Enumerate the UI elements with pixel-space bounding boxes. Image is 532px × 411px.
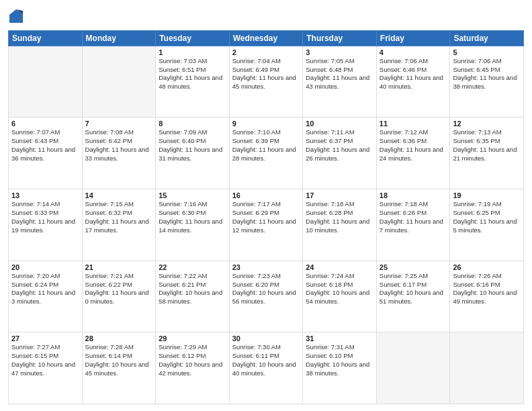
calendar-day-cell: 21Sunrise: 7:21 AM Sunset: 6:22 PM Dayli…: [82, 261, 156, 332]
calendar-day-cell: 29Sunrise: 7:29 AM Sunset: 6:12 PM Dayli…: [156, 332, 230, 404]
day-info: Sunrise: 7:14 AM Sunset: 6:33 PM Dayligh…: [11, 200, 79, 234]
day-of-week-header: Thursday: [303, 30, 377, 46]
day-info: Sunrise: 7:17 AM Sunset: 6:29 PM Dayligh…: [232, 200, 300, 234]
day-info: Sunrise: 7:13 AM Sunset: 6:35 PM Dayligh…: [453, 128, 521, 163]
calendar-day-cell: 16Sunrise: 7:17 AM Sunset: 6:29 PM Dayli…: [229, 189, 303, 261]
day-of-week-header: Monday: [82, 30, 156, 46]
calendar-day-cell: 25Sunrise: 7:25 AM Sunset: 6:17 PM Dayli…: [376, 261, 450, 332]
day-number: 13: [11, 191, 79, 199]
day-number: 20: [11, 263, 79, 271]
day-number: 11: [380, 120, 447, 128]
day-info: Sunrise: 7:09 AM Sunset: 6:40 PM Dayligh…: [159, 128, 226, 163]
calendar-day-cell: 7Sunrise: 7:08 AM Sunset: 6:42 PM Daylig…: [82, 118, 156, 189]
calendar-day-cell: 28Sunrise: 7:28 AM Sunset: 6:14 PM Dayli…: [82, 332, 156, 404]
day-of-week-header: Saturday: [450, 30, 524, 46]
calendar-day-cell: 3Sunrise: 7:05 AM Sunset: 6:48 PM Daylig…: [303, 46, 377, 118]
day-info: Sunrise: 7:12 AM Sunset: 6:36 PM Dayligh…: [380, 128, 447, 163]
calendar-day-cell: 24Sunrise: 7:24 AM Sunset: 6:18 PM Dayli…: [303, 261, 377, 332]
calendar-day-cell: 13Sunrise: 7:14 AM Sunset: 6:33 PM Dayli…: [9, 189, 83, 261]
calendar-day-cell: 12Sunrise: 7:13 AM Sunset: 6:35 PM Dayli…: [450, 118, 524, 189]
day-number: 30: [232, 334, 300, 342]
day-number: 26: [453, 263, 521, 271]
day-of-week-header: Wednesday: [229, 30, 303, 46]
page: SundayMondayTuesdayWednesdayThursdayFrid…: [0, 0, 532, 411]
day-info: Sunrise: 7:24 AM Sunset: 6:18 PM Dayligh…: [306, 272, 373, 306]
calendar-day-cell: 30Sunrise: 7:30 AM Sunset: 6:11 PM Dayli…: [229, 332, 303, 404]
day-number: 6: [11, 120, 79, 128]
day-number: 16: [232, 191, 300, 199]
calendar-header-row: SundayMondayTuesdayWednesdayThursdayFrid…: [9, 30, 524, 46]
logo: [8, 9, 23, 26]
day-info: Sunrise: 7:18 AM Sunset: 6:26 PM Dayligh…: [380, 200, 447, 234]
day-info: Sunrise: 7:28 AM Sunset: 6:14 PM Dayligh…: [85, 343, 153, 377]
day-of-week-header: Sunday: [9, 30, 83, 46]
day-info: Sunrise: 7:06 AM Sunset: 6:46 PM Dayligh…: [380, 57, 447, 91]
calendar-day-cell: 6Sunrise: 7:07 AM Sunset: 6:43 PM Daylig…: [9, 118, 83, 189]
logo-icon: [9, 9, 23, 23]
day-info: Sunrise: 7:27 AM Sunset: 6:15 PM Dayligh…: [11, 343, 79, 377]
day-info: Sunrise: 7:22 AM Sunset: 6:21 PM Dayligh…: [159, 272, 226, 306]
day-info: Sunrise: 7:11 AM Sunset: 6:37 PM Dayligh…: [306, 128, 373, 163]
calendar-day-cell: [9, 46, 83, 118]
calendar-day-cell: 23Sunrise: 7:23 AM Sunset: 6:20 PM Dayli…: [229, 261, 303, 332]
day-number: 28: [85, 334, 153, 342]
calendar-week-row: 27Sunrise: 7:27 AM Sunset: 6:15 PM Dayli…: [9, 332, 524, 404]
day-info: Sunrise: 7:03 AM Sunset: 6:51 PM Dayligh…: [159, 57, 226, 91]
day-info: Sunrise: 7:10 AM Sunset: 6:39 PM Dayligh…: [232, 128, 300, 163]
day-number: 23: [232, 263, 300, 271]
calendar-day-cell: 18Sunrise: 7:18 AM Sunset: 6:26 PM Dayli…: [376, 189, 450, 261]
day-info: Sunrise: 7:05 AM Sunset: 6:48 PM Dayligh…: [306, 57, 373, 91]
calendar-day-cell: 4Sunrise: 7:06 AM Sunset: 6:46 PM Daylig…: [376, 46, 450, 118]
header: [8, 7, 524, 26]
day-number: 22: [159, 263, 226, 271]
day-info: Sunrise: 7:31 AM Sunset: 6:10 PM Dayligh…: [306, 343, 373, 377]
day-number: 18: [380, 191, 447, 199]
calendar-day-cell: 15Sunrise: 7:16 AM Sunset: 6:30 PM Dayli…: [156, 189, 230, 261]
calendar-day-cell: 26Sunrise: 7:26 AM Sunset: 6:16 PM Dayli…: [450, 261, 524, 332]
calendar-week-row: 1Sunrise: 7:03 AM Sunset: 6:51 PM Daylig…: [9, 46, 524, 118]
day-info: Sunrise: 7:21 AM Sunset: 6:22 PM Dayligh…: [85, 272, 153, 306]
day-number: 4: [380, 48, 447, 56]
day-info: Sunrise: 7:25 AM Sunset: 6:17 PM Dayligh…: [380, 272, 447, 306]
calendar-day-cell: 20Sunrise: 7:20 AM Sunset: 6:24 PM Dayli…: [9, 261, 83, 332]
day-number: 15: [159, 191, 226, 199]
calendar-day-cell: 10Sunrise: 7:11 AM Sunset: 6:37 PM Dayli…: [303, 118, 377, 189]
calendar-day-cell: 5Sunrise: 7:06 AM Sunset: 6:45 PM Daylig…: [450, 46, 524, 118]
calendar-day-cell: 2Sunrise: 7:04 AM Sunset: 6:49 PM Daylig…: [229, 46, 303, 118]
day-number: 27: [11, 334, 79, 342]
day-info: Sunrise: 7:08 AM Sunset: 6:42 PM Dayligh…: [85, 128, 153, 163]
day-number: 21: [85, 263, 153, 271]
day-info: Sunrise: 7:04 AM Sunset: 6:49 PM Dayligh…: [232, 57, 300, 91]
day-info: Sunrise: 7:06 AM Sunset: 6:45 PM Dayligh…: [453, 57, 521, 91]
calendar-day-cell: 22Sunrise: 7:22 AM Sunset: 6:21 PM Dayli…: [156, 261, 230, 332]
day-info: Sunrise: 7:16 AM Sunset: 6:30 PM Dayligh…: [159, 200, 226, 234]
day-info: Sunrise: 7:15 AM Sunset: 6:32 PM Dayligh…: [85, 200, 153, 234]
day-info: Sunrise: 7:26 AM Sunset: 6:16 PM Dayligh…: [453, 272, 521, 306]
calendar-day-cell: 9Sunrise: 7:10 AM Sunset: 6:39 PM Daylig…: [229, 118, 303, 189]
calendar-day-cell: 27Sunrise: 7:27 AM Sunset: 6:15 PM Dayli…: [9, 332, 83, 404]
calendar-week-row: 6Sunrise: 7:07 AM Sunset: 6:43 PM Daylig…: [9, 118, 524, 189]
day-number: 9: [232, 120, 300, 128]
day-info: Sunrise: 7:23 AM Sunset: 6:20 PM Dayligh…: [232, 272, 300, 306]
calendar-day-cell: 8Sunrise: 7:09 AM Sunset: 6:40 PM Daylig…: [156, 118, 230, 189]
calendar-day-cell: 14Sunrise: 7:15 AM Sunset: 6:32 PM Dayli…: [82, 189, 156, 261]
day-number: 19: [453, 191, 521, 199]
day-info: Sunrise: 7:29 AM Sunset: 6:12 PM Dayligh…: [159, 343, 226, 377]
calendar-week-row: 20Sunrise: 7:20 AM Sunset: 6:24 PM Dayli…: [9, 261, 524, 332]
day-of-week-header: Friday: [376, 30, 450, 46]
calendar-day-cell: 31Sunrise: 7:31 AM Sunset: 6:10 PM Dayli…: [303, 332, 377, 404]
day-info: Sunrise: 7:20 AM Sunset: 6:24 PM Dayligh…: [11, 272, 79, 306]
calendar-day-cell: 19Sunrise: 7:19 AM Sunset: 6:25 PM Dayli…: [450, 189, 524, 261]
calendar-day-cell: 1Sunrise: 7:03 AM Sunset: 6:51 PM Daylig…: [156, 46, 230, 118]
logo-text: [8, 9, 23, 26]
day-number: 5: [453, 48, 521, 56]
day-number: 12: [453, 120, 521, 128]
day-info: Sunrise: 7:18 AM Sunset: 6:28 PM Dayligh…: [306, 200, 373, 234]
day-number: 31: [306, 334, 373, 342]
day-info: Sunrise: 7:30 AM Sunset: 6:11 PM Dayligh…: [232, 343, 300, 377]
day-info: Sunrise: 7:07 AM Sunset: 6:43 PM Dayligh…: [11, 128, 79, 163]
calendar-day-cell: [376, 332, 450, 404]
day-number: 29: [159, 334, 226, 342]
day-number: 3: [306, 48, 373, 56]
calendar-day-cell: [82, 46, 156, 118]
